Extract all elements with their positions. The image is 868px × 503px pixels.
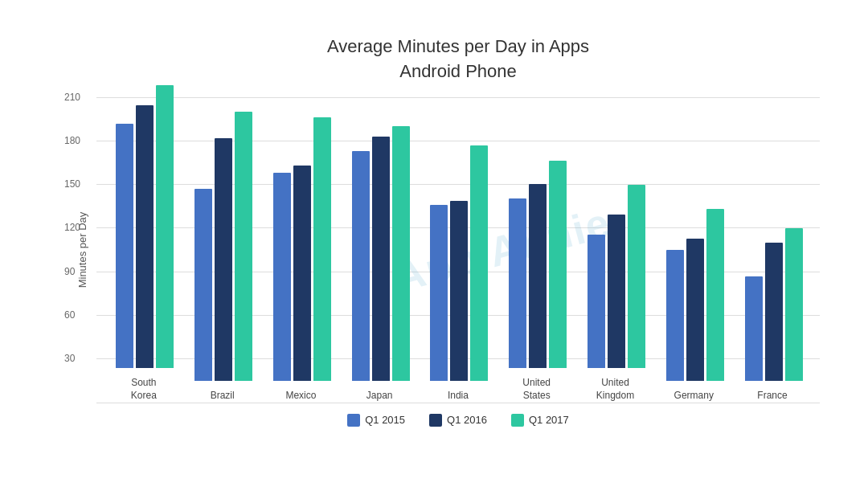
country-group: Brazil [192, 112, 252, 402]
bar-q1-2017 [706, 209, 724, 381]
country-label: UnitedStates [506, 377, 567, 402]
chart-title: Average Minutes per Day in Apps Android … [96, 35, 820, 84]
chart-area: Minutes per Day 306090120150180210 App A… [96, 97, 820, 403]
bar-q1-2015 [116, 124, 133, 368]
bars-area: SouthKoreaBrazilMexicoJapanIndiaUnitedSt… [96, 97, 820, 403]
bar-q1-2017 [392, 126, 410, 381]
bars-row [745, 228, 803, 381]
country-group: Japan [350, 126, 410, 402]
country-group: Mexico [271, 117, 331, 402]
bar-q1-2016 [136, 105, 154, 369]
y-axis-tick-label: 120 [64, 222, 80, 233]
bar-q1-2015 [430, 205, 448, 381]
bar-q1-2017 [785, 228, 803, 381]
legend-swatch [429, 414, 442, 427]
bar-q1-2017 [470, 145, 488, 381]
country-label: Brazil [192, 390, 252, 403]
bar-q1-2017 [313, 117, 331, 381]
country-group: UnitedKingdom [585, 185, 645, 402]
bar-q1-2017 [628, 185, 645, 368]
country-label: Mexico [271, 390, 331, 403]
country-group: Germany [664, 209, 724, 402]
bar-q1-2016 [215, 138, 232, 381]
legend-item: Q1 2016 [429, 414, 487, 427]
bar-q1-2015 [194, 189, 212, 381]
y-axis-tick-label: 60 [64, 309, 75, 321]
legend: Q1 2015Q1 2016Q1 2017 [96, 414, 820, 427]
bar-q1-2016 [765, 243, 783, 381]
country-label: France [743, 390, 803, 403]
grid-line [96, 403, 820, 403]
legend-swatch [511, 414, 524, 427]
bar-q1-2015 [588, 235, 605, 368]
legend-label: Q1 2015 [365, 414, 405, 426]
bars-row [352, 126, 410, 381]
legend-label: Q1 2016 [447, 414, 487, 426]
country-group: UnitedStates [506, 161, 567, 403]
legend-label: Q1 2017 [529, 414, 569, 426]
country-label: SouthKorea [113, 377, 174, 402]
y-axis-tick-label: 30 [64, 353, 75, 364]
bars-row [116, 85, 174, 369]
bar-q1-2017 [235, 112, 252, 381]
legend-item: Q1 2015 [347, 414, 405, 427]
bar-q1-2015 [745, 276, 763, 381]
chart-container: Average Minutes per Day in Apps Android … [32, 18, 836, 485]
title-line1: Average Minutes per Day in Apps [327, 36, 589, 56]
country-label: UnitedKingdom [585, 377, 645, 402]
country-label: Japan [350, 390, 410, 403]
bars-row [588, 185, 645, 368]
bar-q1-2017 [156, 85, 174, 369]
bar-q1-2015 [509, 198, 526, 369]
y-axis-tick-label: 180 [64, 135, 80, 146]
bar-q1-2015 [273, 173, 291, 381]
y-axis-tick-label: 90 [64, 266, 75, 277]
bars-row [273, 117, 331, 381]
country-label: India [428, 390, 488, 403]
bars-row [666, 209, 724, 381]
title-line2: Android Phone [399, 61, 517, 81]
bar-q1-2015 [352, 151, 370, 381]
legend-swatch [347, 414, 360, 427]
bar-q1-2016 [529, 184, 547, 369]
bar-q1-2016 [608, 215, 625, 369]
legend-item: Q1 2017 [511, 414, 569, 427]
country-label: Germany [664, 390, 724, 403]
bar-q1-2016 [450, 201, 468, 381]
bars-row [509, 161, 567, 369]
country-group: SouthKorea [113, 85, 174, 403]
bars-row [194, 112, 252, 381]
country-group: India [428, 145, 488, 403]
bars-row [430, 145, 488, 381]
country-group: France [743, 228, 803, 403]
y-axis-tick-label: 150 [64, 178, 80, 190]
bar-q1-2016 [686, 239, 704, 381]
bar-q1-2016 [372, 137, 390, 381]
bar-q1-2017 [549, 161, 567, 369]
bar-q1-2016 [293, 166, 311, 381]
bar-q1-2015 [666, 250, 684, 381]
y-axis-tick-label: 210 [64, 92, 80, 103]
